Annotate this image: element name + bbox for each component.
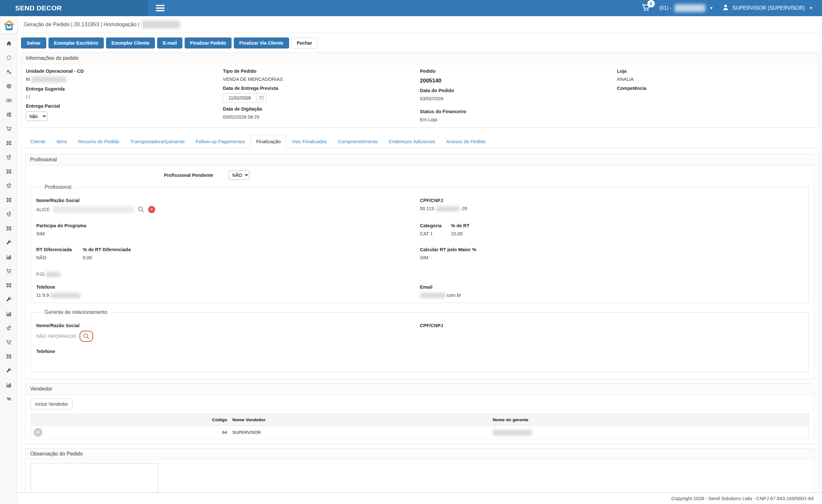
status-financeiro-label: Status do Financeiro bbox=[420, 109, 617, 114]
sidebar-icon-frame[interactable] bbox=[0, 278, 17, 292]
fechar-button[interactable]: Fechar bbox=[291, 37, 318, 48]
tab-resumo-do-pedido[interactable]: Resumo do Pedido bbox=[72, 135, 125, 148]
app-logo[interactable] bbox=[1, 17, 17, 34]
info-col-4: Loja ANALIA Competência bbox=[617, 65, 814, 122]
cpf-cnpj-value: 00.113.-20 bbox=[420, 206, 804, 211]
gerente-cpf-label: CPF/CNPJ bbox=[420, 323, 804, 328]
tab-follow-up-pagamentos[interactable]: Follow-up Pagamentos bbox=[190, 135, 251, 148]
sidebar-icon-frame[interactable] bbox=[0, 164, 17, 178]
sidebar-icon-sliders[interactable] bbox=[0, 107, 17, 121]
observacao-textarea[interactable] bbox=[31, 463, 158, 495]
sidebar-icon-wrench[interactable] bbox=[0, 292, 17, 307]
order-tabs: ClienteItensResumo do PedidoTransportado… bbox=[21, 135, 819, 148]
sidebar-icon-chart[interactable] bbox=[0, 249, 17, 264]
search-gerente-icon[interactable] bbox=[82, 332, 90, 340]
remove-vendedor-icon[interactable]: ✕ bbox=[34, 428, 42, 437]
sidebar-icon-spinner[interactable] bbox=[0, 50, 17, 65]
unidade-value: M bbox=[26, 77, 223, 82]
gerente-fieldset-legend: Gerente de relacionamento bbox=[42, 310, 110, 315]
participa-label: Participa do Programa bbox=[36, 223, 420, 228]
sidebar-icon-cart-return[interactable] bbox=[0, 150, 17, 164]
sidebar-icon-frame[interactable] bbox=[0, 221, 17, 235]
nome-razao-label: Nome/Razão Social bbox=[36, 198, 420, 203]
order-info-panel: Informações do pedido Unidade Operaciona… bbox=[21, 52, 819, 128]
clear-profissional-icon[interactable]: ✕ bbox=[148, 206, 155, 213]
tab-vias-finalizadas[interactable]: Vias Finalizadas bbox=[286, 135, 332, 148]
sidebar-icon-percent-cart[interactable]: % bbox=[0, 321, 17, 335]
sidebar-icon-home[interactable] bbox=[0, 36, 17, 50]
digitacao-label: Data de Digitação bbox=[223, 106, 420, 111]
sidebar-icon-chart[interactable] bbox=[0, 307, 17, 321]
tab-enderecos-adicionais[interactable]: Endereços Adicionais bbox=[383, 135, 440, 148]
toolbar-button-exemplar-cliente[interactable]: Exemplar Cliente bbox=[106, 37, 155, 48]
pct-rt-value: 10,00 bbox=[451, 231, 469, 236]
sidebar-toggle-icon[interactable] bbox=[156, 5, 164, 11]
order-info-title: Informações do pedido bbox=[21, 53, 818, 64]
entrega-prevista-input[interactable] bbox=[223, 93, 257, 102]
content-area: Geração de Pedido | 20.131953 | Homologa… bbox=[18, 16, 822, 504]
vendedor-gerente bbox=[490, 426, 809, 439]
sidebar-icon-cart-return[interactable] bbox=[0, 178, 17, 193]
tab-cliente[interactable]: Cliente bbox=[25, 135, 51, 148]
title-redacted bbox=[142, 21, 180, 28]
sidebar-icon-cart[interactable] bbox=[0, 335, 17, 349]
sidebar-icon-frame[interactable] bbox=[0, 136, 17, 150]
order-info-grid: Unidade Operacional - CD M Entrega Suger… bbox=[21, 64, 818, 127]
sidebar-icon-wrench[interactable] bbox=[0, 235, 17, 249]
tab-anexos-do-pedido[interactable]: Anexos do Pedido bbox=[441, 135, 491, 148]
sidebar-icon-frame[interactable] bbox=[0, 193, 17, 207]
tab-finalizacao[interactable]: Finalização bbox=[251, 135, 286, 148]
user-menu[interactable]: SUPERVISOR (SUPERVISOR) ▼ bbox=[722, 4, 813, 13]
sidebar-icon-gears[interactable] bbox=[0, 65, 17, 79]
page-title: Geração de Pedido | 20.131953 | Homologa… bbox=[24, 21, 139, 27]
digitacao-value: 03/02/2026 08:25 bbox=[223, 114, 420, 120]
gerente-fieldset: Gerente de relacionamento Nome/Razão Soc… bbox=[31, 310, 809, 373]
sidebar-icon-cart[interactable] bbox=[0, 121, 17, 136]
email-label: Email bbox=[420, 285, 804, 290]
pedido-label: Pedido bbox=[420, 68, 617, 74]
top-navbar: SEND DECOR 0 (01) - ▼ SUPERVISOR (SUPERV… bbox=[0, 0, 822, 16]
sidebar-icon-target[interactable] bbox=[0, 79, 17, 93]
codigo-header: Código bbox=[54, 414, 230, 426]
vendedor-nome: SUPERVISOR bbox=[230, 426, 490, 439]
store-selector[interactable]: (01) - ▼ bbox=[659, 4, 713, 12]
loja-value: ANALIA bbox=[617, 77, 814, 82]
sidebar-icon-cart[interactable] bbox=[0, 264, 17, 278]
calendar-icon[interactable] bbox=[257, 93, 267, 102]
sidebar-icon-money[interactable] bbox=[0, 93, 17, 107]
nome-vendedor-header: Nome Vendedor bbox=[230, 414, 490, 426]
tab-transportadora-icamento[interactable]: Transportadora/Içamento bbox=[125, 135, 190, 148]
sidebar-icon-cart-return[interactable] bbox=[0, 207, 17, 221]
toolbar-button-e-mail[interactable]: E-mail bbox=[157, 37, 182, 48]
sidebar-icon-frame[interactable] bbox=[0, 349, 17, 363]
unidade-label: Unidade Operacional - CD bbox=[26, 68, 223, 74]
gerente-right-col: CPF/CNPJ bbox=[420, 323, 804, 368]
nome-razao-value: ALICE bbox=[36, 207, 50, 212]
toolbar-button-finalizar-via-cliente[interactable]: Finalizar Via Cliente bbox=[234, 37, 289, 48]
telefone-value: 11 9.9 bbox=[36, 293, 420, 298]
status-financeiro-value: Em Loja bbox=[420, 117, 617, 122]
entrega-parcial-label: Entrega Parcial bbox=[26, 103, 223, 109]
rt-diferenciada-value: NÃO bbox=[36, 255, 74, 260]
sidebar-icon-chart[interactable] bbox=[0, 378, 17, 392]
sidebar-menu: %% bbox=[0, 36, 17, 406]
tab-itens[interactable]: Itens bbox=[51, 135, 73, 148]
entrega-sugerida-label: Entrega Sugerida bbox=[26, 86, 223, 91]
pct-rt-diferenciada-value: 0,00 bbox=[83, 255, 131, 260]
gerente-nome-label: Nome/Razão Social bbox=[36, 323, 420, 328]
vendedor-panel: Vendedor Incluir Vendedor Código Nome Ve… bbox=[25, 383, 815, 444]
sidebar-icon-percent[interactable]: % bbox=[0, 392, 17, 406]
incluir-vendedor-button[interactable]: Incluir Vendedor bbox=[31, 399, 72, 410]
search-profissional-icon[interactable] bbox=[137, 205, 145, 213]
tab-comprometimento[interactable]: Comprometimento bbox=[332, 135, 383, 148]
entrega-parcial-select[interactable]: Não bbox=[26, 111, 47, 121]
toolbar-button-salvar[interactable]: Salvar bbox=[21, 37, 46, 48]
pedido-number: 2005140 bbox=[420, 78, 617, 84]
search-gerente-highlight bbox=[79, 331, 93, 342]
cart-button[interactable]: 0 bbox=[641, 3, 651, 14]
tipo-pedido-label: Tipo de Pedido bbox=[223, 68, 420, 74]
profissional-pendente-select[interactable]: NÃO bbox=[229, 170, 249, 180]
sidebar-icon-wrench[interactable] bbox=[0, 363, 17, 378]
toolbar-button-finalizar-pedido[interactable]: Finalizar Pedido bbox=[184, 37, 232, 48]
toolbar-button-exemplar-escritorio[interactable]: Exemplar Escritório bbox=[48, 37, 104, 48]
